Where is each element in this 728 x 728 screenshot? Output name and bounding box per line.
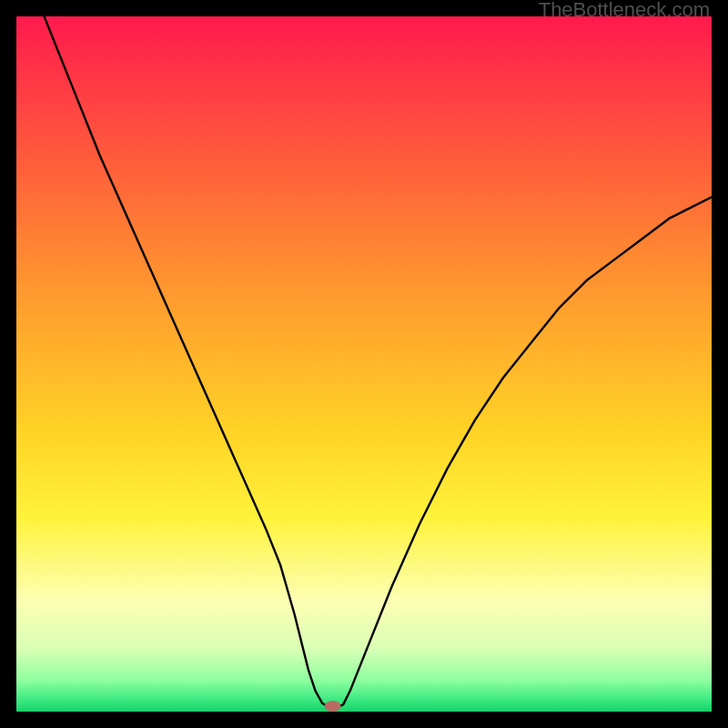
chart-svg (16, 16, 712, 712)
chart-background (16, 16, 712, 712)
chart-plot-area (16, 16, 712, 712)
chart-frame: TheBottleneck.com (0, 0, 728, 728)
optimum-marker (325, 701, 341, 712)
watermark-text: TheBottleneck.com (539, 0, 710, 22)
